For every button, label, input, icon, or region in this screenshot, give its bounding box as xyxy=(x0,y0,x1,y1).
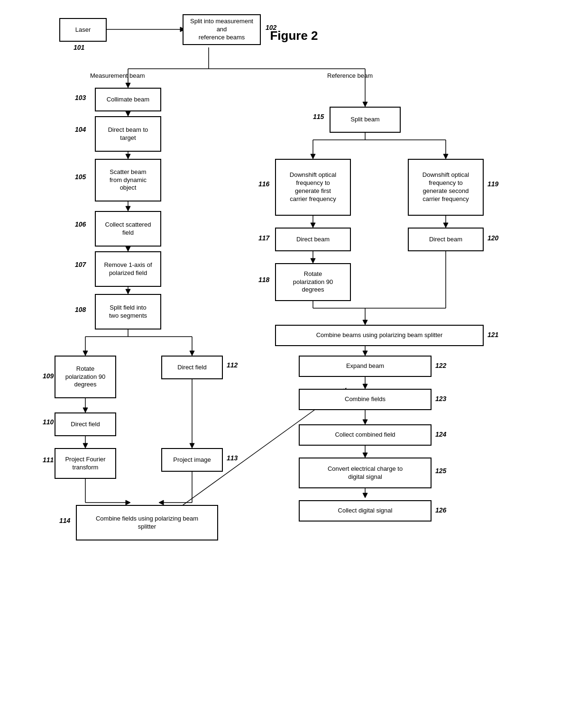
svg-marker-52 xyxy=(363,320,368,325)
svg-marker-47 xyxy=(443,223,448,228)
svg-marker-9 xyxy=(126,111,130,116)
node-118-label: Rotate polarization 90 degrees xyxy=(293,270,333,294)
svg-marker-45 xyxy=(311,258,315,263)
measurement-beam-label: Measurement beam xyxy=(90,72,145,79)
node-108-label: Split field into two segments xyxy=(109,304,147,320)
node-112: Direct field xyxy=(161,356,223,379)
node-118-number: 118 xyxy=(258,276,269,284)
node-123-label: Combine fields xyxy=(345,395,386,403)
node-113-label: Project image xyxy=(173,456,211,464)
node-121-label: Combine beams using polarizing beam spli… xyxy=(316,331,443,339)
node-102-number: 102 xyxy=(266,24,276,31)
node-104-number: 104 xyxy=(75,126,86,133)
node-114-label: Combine fields using polarizing beam spl… xyxy=(96,515,198,531)
node-110-number: 110 xyxy=(43,418,54,426)
node-109-label: Rotate polarization 90 degrees xyxy=(65,365,106,389)
node-119: Downshift optical frequency to generate … xyxy=(408,159,484,216)
node-123: Combine fields xyxy=(299,389,432,410)
svg-marker-63 xyxy=(363,453,368,458)
node-125-number: 125 xyxy=(435,467,446,475)
svg-marker-23 xyxy=(190,351,194,356)
node-120: Direct beam xyxy=(408,228,484,251)
node-107: Remove 1-axis of polarized field xyxy=(95,251,161,287)
node-114-number: 114 xyxy=(59,517,70,524)
node-laser-number: 101 xyxy=(74,44,84,51)
node-104: Direct beam to target xyxy=(95,116,161,152)
svg-marker-13 xyxy=(126,206,130,211)
reference-beam-label: Reference beam xyxy=(327,72,373,79)
node-107-label: Remove 1-axis of polarized field xyxy=(104,261,152,277)
svg-marker-32 xyxy=(126,500,130,505)
node-laser-label: Laser xyxy=(75,26,91,34)
node-120-number: 120 xyxy=(487,234,498,242)
node-121-number: 121 xyxy=(487,331,498,339)
svg-marker-61 xyxy=(363,420,368,424)
node-122: Expand beam xyxy=(299,356,432,377)
svg-marker-35 xyxy=(159,500,164,505)
node-108-number: 108 xyxy=(75,306,86,313)
svg-marker-41 xyxy=(443,154,448,159)
node-114: Combine fields using polarizing beam spl… xyxy=(76,505,218,540)
node-111: Project Fourier transform xyxy=(55,448,116,479)
node-112-label: Direct field xyxy=(177,364,206,372)
diagram-container: Laser 101 Split into measurement and ref… xyxy=(33,0,555,14)
svg-marker-17 xyxy=(126,289,130,294)
node-112-number: 112 xyxy=(227,361,238,369)
node-107-number: 107 xyxy=(75,261,86,268)
node-103-number: 103 xyxy=(75,94,86,101)
node-115: Split beam xyxy=(330,107,401,133)
svg-marker-29 xyxy=(190,443,194,448)
svg-marker-5 xyxy=(126,83,130,88)
node-102: Split into measurement and reference bea… xyxy=(183,14,261,45)
node-103-label: Collimate beam xyxy=(107,96,149,104)
node-111-number: 111 xyxy=(43,456,54,464)
svg-marker-65 xyxy=(363,493,368,498)
node-106-number: 106 xyxy=(75,220,86,228)
node-116-label: Downshift optical frequency to generate … xyxy=(290,171,336,203)
node-118: Rotate polarization 90 degrees xyxy=(275,263,351,301)
node-125: Convert electrical charge to digital sig… xyxy=(299,458,432,488)
node-106: Collect scattered field xyxy=(95,211,161,247)
node-121: Combine beams using polarizing beam spli… xyxy=(275,325,484,346)
node-105-number: 105 xyxy=(75,173,86,181)
node-116-number: 116 xyxy=(258,180,269,188)
node-104-label: Direct beam to target xyxy=(108,126,148,142)
node-117-label: Direct beam xyxy=(296,236,330,244)
node-109-number: 109 xyxy=(43,372,54,380)
arrows-svg xyxy=(33,0,555,14)
node-111-label: Project Fourier transform xyxy=(65,456,105,472)
node-124: Collect combined field xyxy=(299,424,432,446)
svg-marker-15 xyxy=(126,247,130,251)
node-113: Project image xyxy=(161,448,223,472)
svg-marker-56 xyxy=(363,384,368,389)
node-122-label: Expand beam xyxy=(346,362,384,370)
node-117-number: 117 xyxy=(258,234,269,242)
node-117: Direct beam xyxy=(275,228,351,251)
node-124-label: Collect combined field xyxy=(335,431,395,439)
node-126: Collect digital signal xyxy=(299,500,432,522)
node-119-number: 119 xyxy=(487,180,498,188)
node-105: Scatter beam from dynamic object xyxy=(95,159,161,201)
node-115-label: Split beam xyxy=(350,116,379,124)
svg-marker-43 xyxy=(311,223,315,228)
node-115-number: 115 xyxy=(313,113,324,120)
svg-marker-25 xyxy=(83,408,88,412)
svg-marker-54 xyxy=(363,351,368,356)
node-105-label: Scatter beam from dynamic object xyxy=(110,168,147,192)
node-laser: Laser xyxy=(59,18,107,42)
node-102-label: Split into measurement and reference bea… xyxy=(187,18,256,42)
node-110: Direct field xyxy=(55,412,116,436)
node-123-number: 123 xyxy=(435,395,446,403)
node-119-label: Downshift optical frequency to generate … xyxy=(423,171,469,203)
node-122-number: 122 xyxy=(435,362,446,369)
node-125-label: Convert electrical charge to digital sig… xyxy=(328,465,403,481)
node-108: Split field into two segments xyxy=(95,294,161,330)
node-106-label: Collect scattered field xyxy=(105,221,151,237)
node-126-label: Collect digital signal xyxy=(338,507,393,515)
svg-marker-27 xyxy=(83,443,88,448)
node-124-number: 124 xyxy=(435,430,446,438)
svg-marker-22 xyxy=(83,351,88,356)
node-126-number: 126 xyxy=(435,506,446,514)
svg-marker-11 xyxy=(126,154,130,159)
node-103: Collimate beam xyxy=(95,88,161,111)
